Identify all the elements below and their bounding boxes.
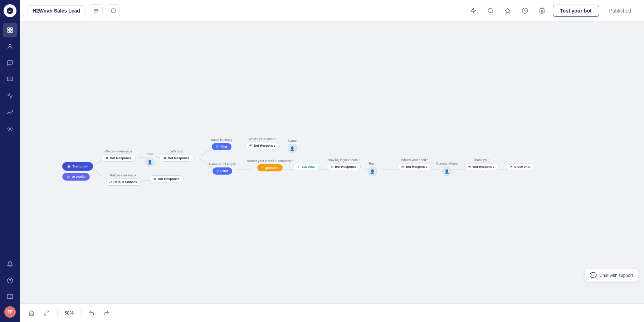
flow-title[interactable]: H2Woah Sales Lead [27, 5, 86, 16]
fallback-bot-response-node[interactable]: ✉ Bot Response [150, 175, 184, 182]
how-big-chip[interactable]: ✉ Bot Response [327, 163, 361, 170]
default-fallback-node[interactable]: Fallback message ↩ Default fallback [106, 174, 141, 186]
company-need-circle-chip[interactable]: 👤 [442, 167, 452, 176]
sidebar-item-help[interactable] [3, 273, 17, 288]
ai-assist-chip[interactable]: 🤖 AI Assist [62, 173, 90, 181]
svg-rect-4 [11, 31, 13, 33]
sidebar-item-notifications[interactable] [3, 257, 17, 271]
ai-assist-node[interactable]: 🤖 AI Assist [62, 173, 90, 181]
fallback-icon: ↩ [109, 180, 112, 184]
sidebar-item-conversations[interactable] [3, 56, 17, 70]
reset-button[interactable] [107, 4, 120, 17]
send-icon-6: ✉ [401, 165, 404, 169]
filter-name-empty-chip[interactable]: ▽ Filter [212, 143, 231, 150]
default-fallback-chip[interactable]: ↩ Default fallback [106, 179, 141, 186]
sidebar-bottom: TF [3, 257, 17, 318]
filter-name-empty-label: Name is empty [211, 138, 232, 142]
lets-start-node[interactable]: Let's start ✉ Bot Response [160, 150, 194, 162]
filter-name-empty-node[interactable]: Name is empty ▽ Filter [211, 138, 232, 150]
start-circle-node[interactable]: Start 👤 [145, 152, 155, 167]
fit-button[interactable] [41, 307, 52, 319]
user-avatar[interactable]: TF [4, 306, 16, 318]
home-button[interactable] [26, 307, 37, 319]
question-email-node[interactable]: What's your e-mail & company? ? Question [247, 159, 293, 171]
search-icon[interactable] [484, 4, 497, 17]
welcome-message-node[interactable]: Welcome message ✉ Bot Response [102, 150, 136, 162]
zoom-level: 58% [63, 310, 75, 316]
settings-icon[interactable] [536, 4, 548, 17]
history-icon[interactable] [518, 4, 531, 17]
close-chat-node[interactable]: ✕ Close chat [506, 163, 535, 170]
how-big-label: How big is your team? [328, 158, 360, 162]
home-icon: 🏠 [67, 165, 71, 168]
header: H2Woah Sales Lead Test your bot [20, 0, 644, 21]
send-icon-4: ✉ [249, 144, 252, 147]
lightning-icon[interactable] [467, 4, 480, 17]
svg-line-32 [47, 311, 49, 313]
sidebar-item-contacts[interactable] [3, 39, 17, 54]
lets-start-chip[interactable]: ✉ Bot Response [160, 155, 194, 162]
start-circle-chip[interactable]: 👤 [145, 157, 155, 167]
sidebar-item-history[interactable] [3, 89, 17, 103]
toolbar-divider-2 [80, 309, 81, 317]
sidebar-item-analytics[interactable] [3, 105, 17, 119]
team-circle-label: Team [369, 162, 376, 165]
bottom-toolbar: 58% [20, 303, 644, 322]
thank-you-node[interactable]: Thank you! ✉ Bot Response [464, 158, 498, 170]
fallback-bot-response-chip[interactable]: ✉ Bot Response [150, 175, 184, 182]
main-area: H2Woah Sales Lead Test your bot [20, 0, 644, 322]
name-circle-label: Name [288, 139, 297, 142]
app-logo[interactable] [4, 4, 16, 17]
arrange-button[interactable] [90, 4, 103, 17]
how-big-node[interactable]: How big is your team? ✉ Bot Response [327, 158, 361, 170]
filter-name-not-empty-chip[interactable]: ▽ Filter [213, 167, 232, 175]
sidebar-item-dashboard[interactable] [3, 23, 17, 37]
welcome-bot-response-chip[interactable]: ✉ Bot Response [102, 155, 136, 162]
start-point-node[interactable]: 🏠 Start point [62, 162, 93, 171]
success-node[interactable]: ✓ Success [293, 163, 319, 170]
send-icon-2: ✉ [164, 156, 166, 160]
filter-icon-2: ▽ [216, 169, 219, 173]
lets-start-label: Let's start [170, 150, 184, 153]
send-icon-7: ✉ [468, 165, 471, 169]
name-circle-chip[interactable]: 👤 [288, 144, 297, 153]
flow-canvas[interactable]: 🏠 Start point 🤖 AI Assist Welcome messag… [20, 21, 644, 303]
whats-your-name-chip[interactable]: ✉ Bot Response [245, 142, 279, 149]
whats-your-name-label: What's your name? [249, 137, 276, 141]
send-icon-3: ✉ [153, 177, 156, 181]
filter-name-not-empty-node[interactable]: Name is not empty ▽ Filter [209, 162, 236, 175]
svg-rect-2 [11, 28, 13, 29]
whats-your-name-node[interactable]: What's your name? ✉ Bot Response [245, 137, 279, 149]
welcome-label: Welcome message [105, 150, 132, 153]
svg-point-14 [541, 10, 543, 11]
team-circle-node[interactable]: Team 👤 [368, 162, 377, 176]
company-need-label: CompanyNeed [436, 162, 458, 165]
svg-line-33 [44, 313, 46, 315]
name-circle-node[interactable]: Name 👤 [288, 139, 297, 153]
close-chat-chip[interactable]: ✕ Close chat [506, 163, 535, 170]
sidebar-item-learn[interactable] [3, 290, 17, 304]
thank-you-chip[interactable]: ✉ Bot Response [464, 163, 498, 170]
team-circle-chip[interactable]: 👤 [368, 167, 377, 176]
sidebar-item-inbox[interactable] [3, 72, 17, 87]
svg-point-11 [488, 8, 492, 13]
svg-marker-12 [505, 8, 510, 13]
question-email-chip[interactable]: ? Question [257, 164, 283, 171]
redo-button[interactable] [101, 307, 112, 319]
thank-you-label: Thank you! [473, 158, 489, 162]
start-point-chip[interactable]: 🏠 Start point [62, 162, 93, 171]
check-icon: ✓ [297, 165, 300, 169]
whats-need-node[interactable]: What's your need? ✉ Bot Response [397, 158, 431, 170]
whats-need-chip[interactable]: ✉ Bot Response [397, 163, 431, 170]
test-bot-button[interactable]: Test your bot [553, 5, 599, 17]
sidebar-item-integrations[interactable] [3, 122, 17, 136]
svg-point-0 [7, 8, 13, 14]
chat-support-widget[interactable]: 💬 Chat with support [584, 269, 638, 282]
filter-icon-1: ▽ [216, 145, 218, 148]
success-chip[interactable]: ✓ Success [293, 163, 319, 170]
undo-button[interactable] [86, 307, 97, 319]
question-email-label: What's your e-mail & company? [247, 159, 293, 163]
ai-icon[interactable] [501, 4, 514, 17]
company-need-circle-node[interactable]: CompanyNeed 👤 [436, 162, 458, 176]
chat-support-icon: 💬 [590, 272, 597, 279]
